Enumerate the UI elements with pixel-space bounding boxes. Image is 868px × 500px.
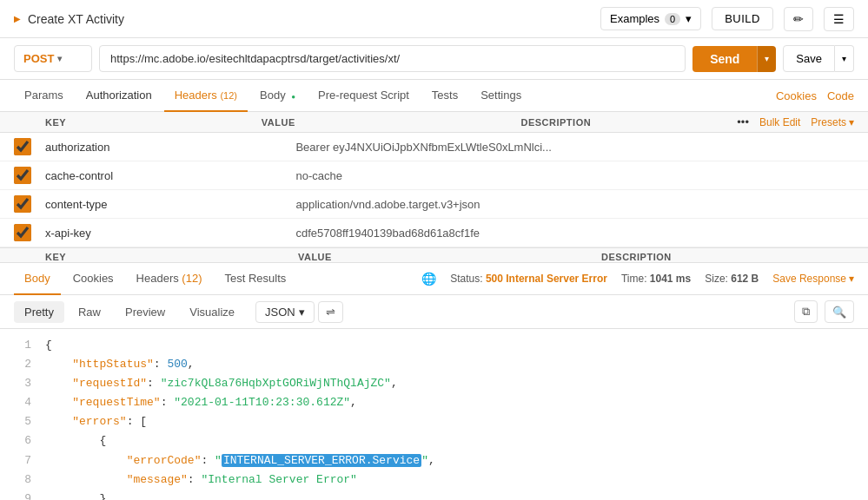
save-button[interactable]: Save: [783, 45, 835, 72]
status-value: 500 Internal Server Error: [486, 273, 607, 285]
edit-icon-button[interactable]: ✏: [784, 7, 813, 31]
header-row-x-api-key: x-api-key cdfe5708ff1940139bad68d61a8cf1…: [0, 219, 868, 247]
top-bar: ▶ Create XT Activity Examples 0 ▾ BUILD …: [0, 0, 868, 38]
format-tab-visualize[interactable]: Visualize: [179, 301, 245, 323]
json-line-4: 4 "requestTime": "2021-01-11T10:23:30.61…: [14, 393, 854, 412]
url-bar: POST ▾ Send ▾ Save ▾: [0, 38, 868, 80]
presets-arrow-icon: ▾: [849, 116, 854, 128]
search-icon-button[interactable]: 🔍: [825, 300, 854, 323]
header-key-x-api-key: x-api-key: [45, 227, 295, 240]
save-response-button[interactable]: Save Response ▾: [772, 273, 854, 285]
save-dropdown-button[interactable]: ▾: [835, 45, 854, 72]
format-right: ⧉ 🔍: [794, 300, 854, 323]
header-row-cache-control: cache-control no-cache: [0, 161, 868, 190]
body-dot: ●: [291, 93, 295, 101]
header-check-cache-control[interactable]: [14, 167, 31, 184]
json-line-7: 7 "errorCode": "INTERNAL_SERVER_ERROR.Se…: [14, 451, 854, 470]
format-tab-preview[interactable]: Preview: [115, 301, 176, 323]
header-row-content-type: content-type application/vnd.adobe.targe…: [0, 190, 868, 219]
more-options-icon[interactable]: •••: [737, 115, 749, 128]
presets-button[interactable]: Presets ▾: [811, 116, 854, 128]
format-tab-pretty[interactable]: Pretty: [14, 301, 64, 323]
top-bar-right: Examples 0 ▾ BUILD ✏ ☰: [600, 7, 854, 31]
header-check-authorization[interactable]: [14, 138, 31, 155]
truncated-desc-label: Description: [601, 252, 854, 262]
headers-column-header: KEY VALUE DESCRIPTION ••• Bulk Edit Pres…: [0, 112, 868, 133]
save-button-group: Save ▾: [783, 45, 854, 72]
format-tab-raw[interactable]: Raw: [68, 301, 111, 323]
method-label: POST: [23, 52, 54, 65]
format-select[interactable]: JSON ▾: [255, 301, 315, 323]
json-line-5: 5 "errors": [: [14, 412, 854, 431]
send-button[interactable]: Send: [692, 46, 757, 72]
header-row-authorization: authorization Bearer eyJ4NXUiOiJpbXNfbmE…: [0, 133, 868, 161]
response-status: Status: 500 Internal Server Error: [450, 273, 607, 285]
tab-prerequest[interactable]: Pre-request Script: [308, 80, 420, 112]
header-key-authorization: authorization: [45, 141, 295, 154]
response-section: Body Cookies Headers (12) Test Results 🌐…: [0, 262, 868, 500]
breadcrumb-arrow: ▶: [14, 14, 21, 23]
top-bar-left: ▶ Create XT Activity: [14, 12, 124, 26]
send-button-group: Send ▾: [692, 46, 776, 72]
header-value-cache-control: no-cache: [295, 169, 603, 182]
tab-body[interactable]: Body ●: [249, 80, 306, 112]
tab-settings[interactable]: Settings: [470, 80, 532, 112]
examples-button[interactable]: Examples 0 ▾: [600, 7, 701, 30]
page-title: Create XT Activity: [28, 12, 124, 26]
request-tabs: Params Authorization Headers (12) Body ●…: [0, 80, 868, 112]
resp-tab-test-results[interactable]: Test Results: [214, 263, 296, 295]
response-time: Time: 1041 ms: [621, 273, 691, 285]
bulk-edit-button[interactable]: Bulk Edit: [759, 116, 800, 128]
resp-tab-body[interactable]: Body: [14, 263, 61, 295]
header-value-x-api-key: cdfe5708ff1940139bad68d61a8cf1fe: [295, 227, 603, 240]
header-actions: ••• Bulk Edit Presets ▾: [737, 115, 854, 128]
format-bar: Pretty Raw Preview Visualize JSON ▾ ⇌ ⧉ …: [0, 295, 868, 329]
wrap-icon-button[interactable]: ⇌: [318, 301, 343, 323]
json-line-6: 6 {: [14, 431, 854, 451]
header-value-authorization: Bearer eyJ4NXUiOiJpbXNfbmExLWtleS0xLmNlc…: [295, 141, 603, 154]
tab-params[interactable]: Params: [14, 80, 74, 112]
header-value-content-type: application/vnd.adobe.target.v3+json: [295, 198, 603, 211]
method-select[interactable]: POST ▾: [14, 45, 92, 72]
header-check-x-api-key[interactable]: [14, 224, 31, 241]
send-dropdown-button[interactable]: ▾: [757, 46, 776, 72]
resp-headers-badge: (12): [182, 272, 202, 285]
tab-tests[interactable]: Tests: [421, 80, 468, 112]
globe-icon: 🌐: [421, 272, 436, 286]
json-line-9: 9 }: [14, 490, 854, 500]
examples-arrow-icon: ▾: [686, 12, 692, 25]
resp-tab-cookies[interactable]: Cookies: [63, 263, 124, 295]
json-line-1: 1 {: [14, 336, 854, 355]
json-line-3: 3 "requestId": "zic7kQL8a76HqbXptGORiWjN…: [14, 374, 854, 393]
key-col-header: KEY: [45, 117, 262, 128]
code-link[interactable]: Code: [827, 89, 854, 102]
json-line-2: 2 "httpStatus": 500,: [14, 355, 854, 374]
truncated-headers-row: Key Value Description: [0, 247, 868, 262]
resp-tab-headers[interactable]: Headers (12): [126, 263, 213, 295]
method-arrow-icon: ▾: [57, 54, 62, 63]
header-check-content-type[interactable]: [14, 195, 31, 213]
error-code-highlight: INTERNAL_SERVER_ERROR.Service: [222, 454, 421, 467]
tab-authorization[interactable]: Authorization: [76, 80, 162, 112]
comment-icon-button[interactable]: ☰: [824, 7, 854, 31]
save-response-arrow-icon: ▾: [849, 273, 854, 285]
json-response-body: 1 { 2 "httpStatus": 500, 3 "requestId": …: [0, 329, 868, 500]
header-key-cache-control: cache-control: [45, 169, 295, 182]
tab-headers[interactable]: Headers (12): [164, 80, 248, 112]
cookies-link[interactable]: Cookies: [776, 89, 817, 102]
json-line-8: 8 "message": "Internal Server Error": [14, 470, 854, 490]
value-col-header: VALUE: [262, 117, 521, 128]
format-select-label: JSON: [265, 306, 295, 319]
copy-icon-button[interactable]: ⧉: [794, 300, 818, 323]
resp-tabs-meta: 🌐 Status: 500 Internal Server Error Time…: [421, 272, 854, 286]
truncated-key-label: Key: [45, 252, 298, 262]
examples-badge: 0: [665, 13, 680, 25]
response-size: Size: 612 B: [705, 273, 759, 285]
header-key-content-type: content-type: [45, 198, 295, 211]
format-arrow-icon: ▾: [299, 306, 305, 319]
req-tabs-right: Cookies Code: [776, 89, 854, 102]
truncated-value-label: Value: [298, 252, 601, 262]
response-tabs-bar: Body Cookies Headers (12) Test Results 🌐…: [0, 263, 868, 295]
build-button[interactable]: BUILD: [712, 7, 773, 30]
url-input[interactable]: [99, 45, 686, 72]
